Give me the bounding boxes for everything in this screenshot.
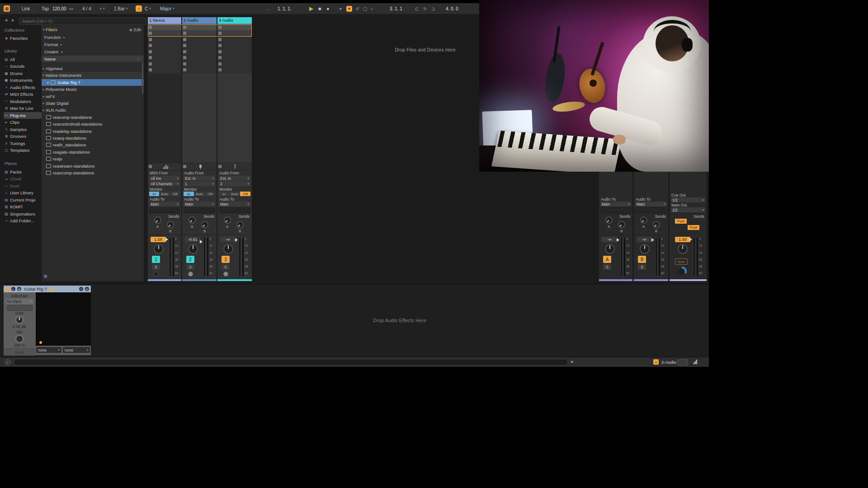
sidebar-item-plugins[interactable]: ⊷Plug-Ins <box>4 112 42 119</box>
input-device-chooser[interactable]: Ext. In▾ <box>219 176 250 181</box>
solo-button[interactable]: S <box>603 264 611 270</box>
fader-handle[interactable] <box>165 238 168 241</box>
key-scale-chooser[interactable]: Major▾ <box>160 3 175 14</box>
arm-button[interactable] <box>154 272 159 277</box>
time-signature-field[interactable]: 4 / 4 <box>82 3 91 14</box>
capture-midi-button[interactable]: + <box>339 3 342 14</box>
plugin-edit-icon[interactable]: ▣ <box>17 287 21 291</box>
pan-knob[interactable] <box>154 244 164 254</box>
loop-toggle[interactable]: ↻ <box>423 3 427 14</box>
browser-back-button[interactable]: ◀ <box>5 18 7 22</box>
browser-item-reacontrolmidi[interactable]: reacontrolmidi-standalone <box>42 121 144 127</box>
sidechain-input-chooser[interactable]: No Input▾ <box>5 299 33 304</box>
cue-volume-knob[interactable] <box>677 267 687 277</box>
sidebar-item-midi-effects[interactable]: ⇄MIDI Effects <box>4 91 42 98</box>
device-title-bar[interactable]: ▸ ▣ Guitar Rig 7 ☝ ⟳ ▤ <box>4 286 91 292</box>
browser-item-polyverse[interactable]: ▸Polyverse Music <box>42 86 144 93</box>
mix-knob[interactable] <box>15 335 24 343</box>
arrangement-position-display[interactable]: 1. 1. 1. <box>278 3 292 14</box>
send-a-knob[interactable] <box>154 216 161 224</box>
monitor-off-button[interactable]: Off <box>205 192 215 196</box>
monitor-auto-button[interactable]: Auto <box>230 192 240 196</box>
send-a-knob[interactable] <box>189 216 196 224</box>
name-column-header[interactable]: Name↕ <box>42 56 144 62</box>
monitor-auto-button[interactable]: Auto <box>160 192 170 196</box>
volume-fader[interactable] <box>655 237 657 277</box>
sidebar-item-instruments[interactable]: ▣Instruments <box>4 77 42 84</box>
monitor-auto-button[interactable]: Auto <box>194 192 205 196</box>
input-device-chooser[interactable]: All Ins▾ <box>149 176 180 181</box>
stop-all-clips-button[interactable] <box>183 165 186 168</box>
browser-item-native-instruments[interactable]: ▾Native Instruments <box>42 72 144 79</box>
fader-handle[interactable] <box>689 238 692 241</box>
volume-value[interactable]: 1.58 <box>675 237 690 242</box>
input-channel-chooser[interactable]: All Channels▾ <box>149 181 180 186</box>
gain-knob[interactable] <box>15 316 24 324</box>
clip-stop-button[interactable] <box>149 56 152 59</box>
monitor-off-button[interactable]: Off <box>240 192 250 196</box>
follow-button[interactable]: → <box>266 3 270 14</box>
sidebar-item-modulators[interactable]: ◠Modulators <box>4 98 42 105</box>
hot-swap-icon[interactable]: ⟳ <box>79 287 83 291</box>
clip-stop-button[interactable] <box>183 68 186 71</box>
device-activator-icon[interactable] <box>5 287 9 291</box>
volume-fader[interactable] <box>169 237 171 277</box>
arm-button[interactable] <box>223 272 228 277</box>
back-to-arrangement-button[interactable]: ↺ <box>355 3 359 14</box>
browser-item-readelay[interactable]: readelay-standalone <box>42 128 144 135</box>
monitor-off-button[interactable]: Off <box>170 192 180 196</box>
browser-item-refx[interactable]: ▸reFX <box>42 93 144 100</box>
monitor-in-button[interactable]: In <box>149 192 159 196</box>
sidebar-item-singomakers[interactable]: ▨Singomakers <box>4 211 42 217</box>
solo-button[interactable]: S <box>222 264 230 270</box>
sidebar-item-audio-effects[interactable]: ≈Audio Effects <box>4 84 42 91</box>
plugin-bank-chooser[interactable]: none▾ <box>36 347 61 353</box>
notification-icon[interactable]: ▴ <box>653 359 659 365</box>
sidebar-item-current-project[interactable]: ▤Current Proje <box>4 197 42 203</box>
key-root-chooser[interactable]: C▾ <box>145 3 151 14</box>
sidebar-item-user-library[interactable]: ⌂User Library <box>4 189 42 196</box>
arm-button[interactable] <box>188 272 193 277</box>
send-a-pre-post-toggle[interactable]: Post <box>675 219 687 224</box>
browser-item-reastream[interactable]: reastream-standalone <box>42 163 144 169</box>
clip-stop-button[interactable] <box>183 38 186 41</box>
sidebar-item-max-for-live[interactable]: ⊞Max for Live <box>4 105 42 112</box>
fader-handle[interactable] <box>235 238 238 242</box>
sidebar-item-templates[interactable]: ▢Templates <box>4 147 42 154</box>
loop-length-field[interactable]: 4. 0. 0 <box>446 3 458 14</box>
browser-scrollbar[interactable] <box>142 62 143 94</box>
volume-fader[interactable] <box>203 237 206 277</box>
sidebar-item-packs[interactable]: ▧Packs <box>4 169 42 175</box>
sidebar-item-favorites[interactable]: ◆Favorites <box>4 35 42 42</box>
edit-filters-button[interactable]: ≣Edit <box>129 27 141 32</box>
clip-stop-button[interactable] <box>218 62 222 66</box>
search-input[interactable] <box>19 18 146 25</box>
pan-knob[interactable] <box>223 244 233 254</box>
clip-stop-button[interactable] <box>149 38 152 41</box>
sidebar-item-grooves[interactable]: ≣Grooves <box>4 133 42 140</box>
browser-item-xln-audio[interactable]: ▸XLN Audio <box>42 107 144 113</box>
volume-value[interactable]: -∞ <box>602 237 617 242</box>
clip-stop-button[interactable] <box>149 50 152 53</box>
volume-fader[interactable] <box>693 237 695 277</box>
tap-tempo-button[interactable]: Tap <box>42 3 49 14</box>
push-grid-icon[interactable]: ▦ <box>4 5 10 12</box>
tempo-field[interactable]: 120.00 <box>52 3 66 14</box>
sidebar-item-komp[interactable]: ▥КОМП <box>4 203 42 210</box>
sidebar-item-tunings[interactable]: ♯Tunings <box>4 140 42 147</box>
send-b-knob[interactable] <box>167 221 174 228</box>
clip-stop-button[interactable] <box>183 50 186 53</box>
device-unfold-icon[interactable]: ▸ <box>11 287 15 291</box>
clip-stop-button[interactable] <box>183 44 186 47</box>
browser-item-algonaut[interactable]: ▸Algonaut <box>42 65 144 72</box>
clip-stop-button[interactable] <box>218 56 222 59</box>
sidebar-item-push[interactable]: ▭Push <box>4 183 42 189</box>
solo-button[interactable]: S <box>186 264 194 270</box>
browser-item-reacomp[interactable]: reacomp-standalone <box>42 114 144 121</box>
solo-button[interactable]: S <box>152 264 160 270</box>
volume-value[interactable]: -4.41 <box>185 237 200 242</box>
sidebar-item-drums[interactable]: ▦Drums <box>4 70 42 77</box>
send-b-knob[interactable] <box>201 221 208 228</box>
input-channel-chooser[interactable]: 2▾ <box>219 181 250 186</box>
send-b-knob[interactable] <box>236 221 244 228</box>
